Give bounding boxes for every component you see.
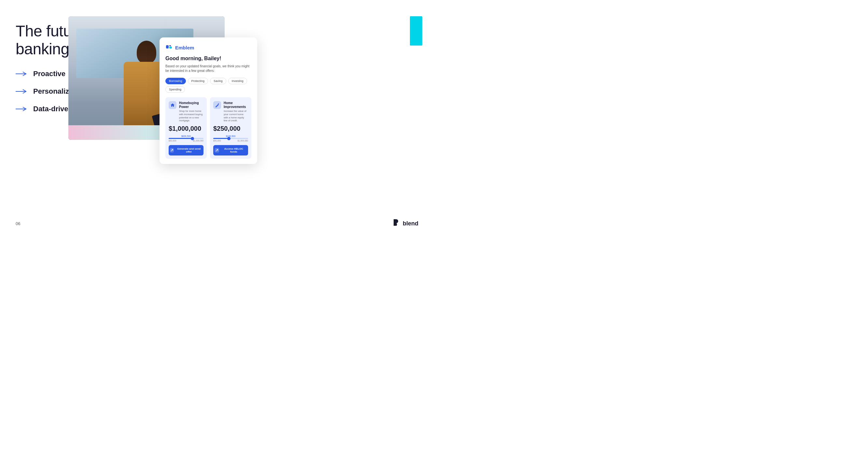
offer-improvements-text: Home Improvements Increase the value of … bbox=[224, 101, 248, 122]
page-number: 06 bbox=[16, 221, 20, 226]
tab-borrowing[interactable]: Borrowing bbox=[165, 78, 186, 84]
emblem-logo-icon bbox=[165, 44, 173, 51]
homebuying-min: $50,000 bbox=[169, 139, 177, 142]
svg-rect-4 bbox=[169, 46, 172, 48]
person-head bbox=[137, 41, 156, 63]
improvements-slider-label: $190,500 bbox=[213, 135, 248, 137]
blend-logo: blend bbox=[392, 218, 418, 229]
improvements-max: $1,000,000 bbox=[237, 139, 248, 142]
improvements-btn-label: Access HELOC funds bbox=[221, 147, 247, 153]
blend-logo-icon bbox=[392, 218, 401, 229]
offer-home-improvements: Home Improvements Increase the value of … bbox=[210, 97, 251, 159]
improvements-slider-fill bbox=[213, 138, 229, 139]
tab-saving[interactable]: Saving bbox=[210, 78, 226, 84]
tab-row: Borrowing Protecting Saving Investing Sp… bbox=[165, 78, 251, 93]
arrow-icon-data-driven bbox=[16, 106, 28, 111]
homebuying-max: $1,000,000 bbox=[193, 139, 204, 142]
cyan-decoration bbox=[410, 16, 422, 45]
svg-rect-5 bbox=[169, 45, 171, 46]
improvements-btn-icon bbox=[215, 148, 219, 153]
homebuying-btn-label: Generate and send offer bbox=[176, 147, 202, 153]
improvements-slider: $190,500 $50,000 $1,000,000 bbox=[213, 135, 248, 142]
homebuying-slider-range: $50,000 $1,000,000 bbox=[169, 139, 204, 142]
improvements-icon bbox=[213, 101, 221, 109]
arrow-icon-personalized bbox=[16, 89, 28, 94]
tab-protecting[interactable]: Protecting bbox=[188, 78, 208, 84]
improvements-button[interactable]: Access HELOC funds bbox=[213, 145, 248, 156]
homebuying-btn-icon bbox=[170, 148, 174, 153]
app-card: Emblem Good morning, Bailey! Based on yo… bbox=[159, 37, 257, 164]
offer-homebuying: Homebuying Power Shop for more home with… bbox=[165, 97, 207, 159]
improvements-slider-range: $50,000 $1,000,000 bbox=[213, 139, 248, 142]
homebuying-slider-thumb bbox=[191, 137, 194, 140]
improvements-slider-track[interactable] bbox=[213, 138, 248, 139]
improvements-slider-thumb bbox=[227, 137, 230, 140]
homebuying-subtitle: Shop for more home with increased buying… bbox=[179, 110, 204, 122]
offer-homebuying-header: Homebuying Power Shop for more home with… bbox=[169, 101, 204, 122]
footer: 06 blend bbox=[16, 218, 418, 229]
improvements-subtitle: Increase the value of your current home … bbox=[224, 110, 248, 122]
slide: The future of banking Proactive bbox=[0, 0, 434, 236]
offer-homebuying-text: Homebuying Power Shop for more home with… bbox=[179, 101, 204, 122]
improvements-min: $50,000 bbox=[213, 139, 221, 142]
bullet-label-proactive: Proactive bbox=[33, 70, 65, 78]
emblem-logo-text: Emblem bbox=[175, 45, 194, 51]
homebuying-amount: $1,000,000 bbox=[169, 125, 204, 132]
homebuying-slider-fill bbox=[169, 138, 192, 139]
tab-investing[interactable]: Investing bbox=[228, 78, 247, 84]
offer-improvements-header: Home Improvements Increase the value of … bbox=[213, 101, 248, 122]
svg-rect-3 bbox=[166, 45, 169, 48]
homebuying-icon bbox=[169, 101, 177, 109]
improvements-amount: $250,000 bbox=[213, 125, 248, 132]
greeting-title: Good morning, Bailey! bbox=[165, 56, 251, 62]
improvements-title: Home Improvements bbox=[224, 101, 248, 109]
offer-row: Homebuying Power Shop for more home with… bbox=[165, 97, 251, 159]
blend-logo-text: blend bbox=[403, 220, 418, 227]
homebuying-title: Homebuying Power bbox=[179, 101, 204, 109]
homebuying-slider-track[interactable] bbox=[169, 138, 204, 139]
arrow-icon-proactive bbox=[16, 71, 28, 76]
tab-spending[interactable]: Spending bbox=[165, 86, 185, 93]
homebuying-button[interactable]: Generate and send offer bbox=[169, 145, 204, 156]
app-card-header: Emblem bbox=[165, 44, 251, 51]
bullet-label-data-driven: Data-driven bbox=[33, 105, 72, 113]
greeting-subtitle: Based on your updated financial goals, w… bbox=[165, 64, 251, 73]
homebuying-slider: $830,500 $50,000 $1,000,000 bbox=[169, 135, 204, 142]
homebuying-slider-label: $830,500 bbox=[169, 135, 204, 137]
